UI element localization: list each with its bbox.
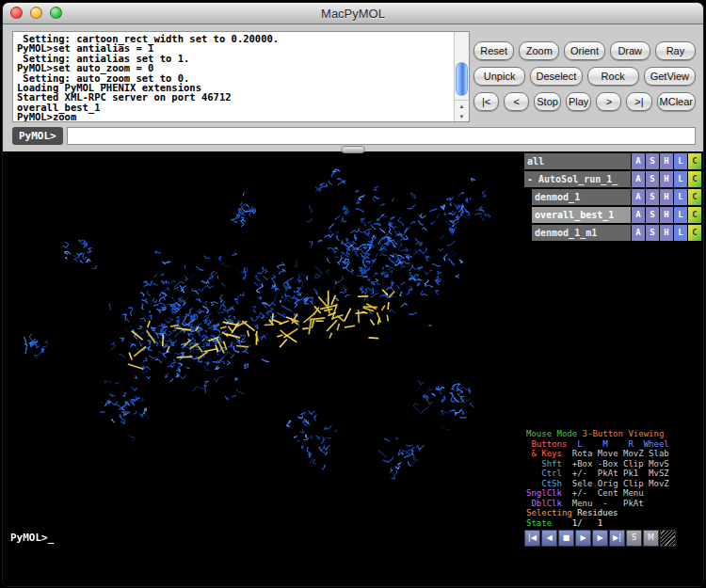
color-button[interactable]: C [688,171,701,187]
action-button[interactable]: A [632,207,645,223]
object-name[interactable]: denmod_1_m1 [532,225,631,241]
label-button[interactable]: L [674,171,687,187]
frame-stop-icon[interactable]: ■ [558,530,574,547]
scrollbar-thumb[interactable] [456,62,468,96]
movie-back-button[interactable]: < [504,92,529,111]
show-button[interactable]: S [646,189,659,205]
hide-button[interactable]: H [660,171,673,187]
hide-button[interactable]: H [660,225,673,241]
title-bar[interactable]: MacPyMOL [3,3,703,24]
button-row-2: Unpick Deselect Rock GetView [473,67,696,86]
color-button[interactable]: C [688,207,701,223]
action-button[interactable]: A [632,171,645,187]
frame-play-icon[interactable]: ▶ [575,530,591,547]
reset-button[interactable]: Reset [473,41,514,60]
movie-controls: |◀ ◀ ■ ▶ ▶ ▶| S M [524,530,701,547]
movie-play-button[interactable]: Play [566,92,591,111]
zoom-window-button[interactable] [50,7,62,19]
movie-forward-button[interactable]: > [596,92,621,111]
getview-button[interactable]: GetView [644,67,696,86]
command-buttons: Reset Zoom Orient Draw Ray Unpick Desele… [473,41,696,118]
movie-button[interactable]: M [643,530,659,547]
ray-button[interactable]: Ray [655,41,696,60]
movie-stop-button[interactable]: Stop [534,92,561,111]
upper-panel: Setting: cartoon_rect_width set to 0.200… [3,24,703,151]
splitter-handle[interactable] [341,146,365,153]
show-button[interactable]: S [646,207,659,223]
color-button[interactable]: C [688,225,701,241]
window-controls [10,7,62,19]
command-row: PyMOL> [12,126,696,145]
frame-back-icon[interactable]: ◀ [541,530,557,547]
rock-button[interactable]: Rock [587,67,639,86]
scrollbar-arrows: ▲ ▼ [455,100,469,121]
console-scrollbar[interactable]: ▲ ▼ [454,32,469,121]
viewport-column: PyMOL>_ [3,151,524,586]
viewport-prompt: PyMOL>_ [10,532,54,544]
object-row-autosol-group: - AutoSol_run_1_ A S H L C [524,171,701,187]
label-button[interactable]: L [674,153,687,169]
viewport-canvas[interactable] [3,151,524,586]
label-button[interactable]: L [674,189,687,205]
frame-forward-icon[interactable]: ▶ [592,530,608,547]
scene-button[interactable]: S [626,530,642,547]
frame-end-icon[interactable]: ▶| [609,530,625,547]
object-row-denmod-1-m1: denmod_1_m1 A S H L C [532,225,701,241]
frame-rewind-icon[interactable]: |◀ [524,530,540,547]
orient-button[interactable]: Orient [564,41,604,60]
object-row-denmod-1: denmod_1 A S H L C [532,189,701,205]
scroll-up-icon[interactable]: ▲ [459,103,465,109]
action-button[interactable]: A [632,153,645,169]
object-name[interactable]: overall_best_1 [532,207,631,223]
main-area: PyMOL>_ all A S H L C - AutoSol_run_1_ A… [3,151,703,586]
minimize-button[interactable] [30,7,42,19]
close-button[interactable] [10,7,23,19]
console-text: Setting: cartoon_rect_width set to 0.200… [13,32,469,121]
hide-button[interactable]: H [660,153,673,169]
button-row-3: |< < Stop Play > >| MClear [473,92,696,111]
app-window: MacPyMOL Setting: cartoon_rect_width set… [2,2,704,587]
object-name[interactable]: - AutoSol_run_1_ [524,171,631,187]
action-button[interactable]: A [632,189,645,205]
mouse-panel: Mouse Mode 3-Button Viewing Buttons L M … [524,429,701,528]
hide-button[interactable]: H [660,207,673,223]
object-row-overall-best: overall_best_1 A S H L C [532,207,701,223]
label-button[interactable]: L [674,207,687,223]
zoom-button[interactable]: Zoom [519,41,559,60]
object-name[interactable]: denmod_1 [532,189,631,205]
output-console: Setting: cartoon_rect_width set to 0.200… [12,31,470,122]
resize-grip-icon[interactable] [660,530,676,547]
show-button[interactable]: S [646,225,659,241]
label-button[interactable]: L [674,225,687,241]
prompt-label: PyMOL> [12,127,63,145]
color-button[interactable]: C [688,189,701,205]
object-name[interactable]: all [524,153,631,169]
command-input[interactable] [67,127,696,145]
color-button[interactable]: C [688,153,701,169]
show-button[interactable]: S [646,171,659,187]
deselect-button[interactable]: Deselect [530,67,582,86]
movie-end-button[interactable]: >| [626,92,651,111]
movie-rewind-button[interactable]: |< [473,92,499,111]
show-button[interactable]: S [646,153,659,169]
hide-button[interactable]: H [660,189,673,205]
button-row-1: Reset Zoom Orient Draw Ray [473,41,696,60]
object-row-all: all A S H L C [524,153,701,169]
unpick-button[interactable]: Unpick [473,67,525,86]
right-panel: all A S H L C - AutoSol_run_1_ A S H L C… [524,151,703,586]
panel-spacer [524,243,701,429]
action-button[interactable]: A [632,225,645,241]
mclear-button[interactable]: MClear [657,92,696,111]
scroll-down-icon[interactable]: ▼ [459,114,465,119]
window-title: MacPyMOL [321,7,385,21]
draw-button[interactable]: Draw [610,41,650,60]
